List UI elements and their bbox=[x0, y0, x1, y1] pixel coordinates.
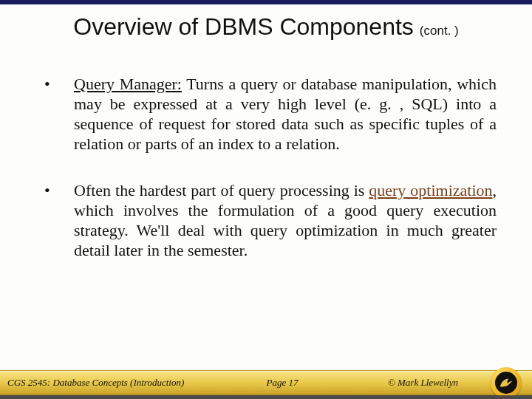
bullet-pre: Often the hardest part of query processi… bbox=[74, 181, 369, 200]
footer-bar: CGS 2545: Database Concepts (Introductio… bbox=[0, 370, 532, 395]
bullet-text: Often the hardest part of query processi… bbox=[74, 180, 497, 260]
bullet-text: Query Manager: Turns a query or database… bbox=[74, 74, 497, 154]
top-accent-bar bbox=[0, 0, 532, 4]
slide-title: Overview of DBMS Components bbox=[73, 13, 414, 40]
bullet-term: Query Manager: bbox=[74, 75, 182, 93]
bottom-edge bbox=[0, 395, 532, 399]
bullet-marker: • bbox=[44, 74, 74, 154]
bullet-item: • Often the hardest part of query proces… bbox=[44, 180, 497, 260]
ucf-logo bbox=[491, 367, 522, 398]
bullet-marker: • bbox=[44, 180, 74, 260]
bullet-item: • Query Manager: Turns a query or databa… bbox=[44, 74, 497, 154]
footer-course: CGS 2545: Database Concepts (Introductio… bbox=[0, 377, 184, 389]
slide-title-area: Overview of DBMS Components (cont. ) bbox=[0, 13, 532, 41]
pegasus-icon bbox=[498, 375, 514, 391]
slide-content: • Query Manager: Turns a query or databa… bbox=[44, 74, 497, 287]
bullet-highlight: query optimization bbox=[369, 181, 492, 200]
slide-title-suffix: (cont. ) bbox=[420, 24, 459, 38]
